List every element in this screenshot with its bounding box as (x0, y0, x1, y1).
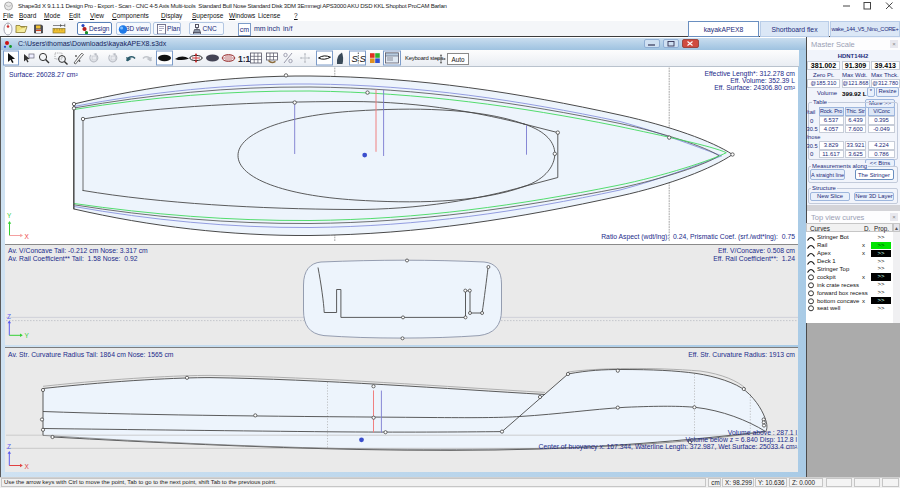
svg-text:S: S (360, 53, 367, 64)
svg-text:1:1: 1:1 (238, 54, 251, 64)
svg-text:S: S (352, 53, 359, 64)
